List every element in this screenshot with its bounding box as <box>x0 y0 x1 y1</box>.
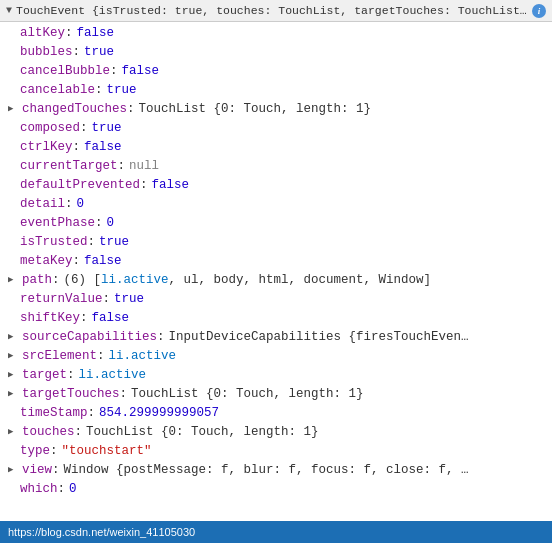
prop-colon: : <box>80 120 88 137</box>
prop-view[interactable]: ▶ view : Window {postMessage: f, blur: f… <box>0 461 552 480</box>
prop-value-bubbles: true <box>84 44 114 61</box>
prop-colon: : <box>127 101 135 118</box>
prop-timestamp: timeStamp : 854.299999999057 <box>0 404 552 423</box>
prop-targettouches[interactable]: ▶ targetTouches : TouchList {0: Touch, l… <box>0 385 552 404</box>
prop-key-shiftkey: shiftKey <box>20 310 80 327</box>
prop-value-metakey: false <box>84 253 122 270</box>
prop-value-sourcecapabilities: InputDeviceCapabilities {firesTouchEven… <box>169 329 469 346</box>
prop-colon: : <box>88 405 96 422</box>
prop-istrusted: isTrusted : true <box>0 233 552 252</box>
prop-key-timestamp: timeStamp <box>20 405 88 422</box>
prop-colon: : <box>58 481 66 498</box>
prop-value-detail: 0 <box>77 196 85 213</box>
prop-colon: : <box>73 253 81 270</box>
prop-colon: : <box>97 348 105 365</box>
prop-value-which: 0 <box>69 481 77 498</box>
prop-changedtouches[interactable]: ▶ changedTouches : TouchList {0: Touch, … <box>0 100 552 119</box>
prop-colon: : <box>157 329 165 346</box>
object-title: TouchEvent {isTrusted: true, touches: To… <box>16 4 532 17</box>
prop-type: type : "touchstart" <box>0 442 552 461</box>
prop-defaultprevented: defaultPrevented : false <box>0 176 552 195</box>
object-content: altKey : false bubbles : true cancelBubb… <box>0 22 552 521</box>
prop-key-targettouches: targetTouches <box>22 386 120 403</box>
prop-key-currenttarget: currentTarget <box>20 158 118 175</box>
prop-value-type: "touchstart" <box>62 443 152 460</box>
prop-value-returnvalue: true <box>114 291 144 308</box>
prop-value-cancelable: true <box>107 82 137 99</box>
prop-eventphase: eventPhase : 0 <box>0 214 552 233</box>
bottom-bar-link[interactable]: https://blog.csdn.net/weixin_41105030 <box>8 526 195 538</box>
prop-colon: : <box>65 25 73 42</box>
prop-value-timestamp: 854.299999999057 <box>99 405 219 422</box>
prop-colon: : <box>52 272 60 289</box>
prop-key-metakey: metaKey <box>20 253 73 270</box>
prop-value-changedtouches: TouchList {0: Touch, length: 1} <box>139 101 372 118</box>
expand-arrow-icon: ▶ <box>8 348 18 365</box>
collapse-arrow-icon[interactable]: ▼ <box>6 5 12 16</box>
prop-touches[interactable]: ▶ touches : TouchList {0: Touch, length:… <box>0 423 552 442</box>
expand-arrow-icon: ▶ <box>8 386 18 403</box>
prop-target[interactable]: ▶ target : li.active <box>0 366 552 385</box>
prop-value-srcelement: li.active <box>109 348 177 365</box>
prop-colon: : <box>65 196 73 213</box>
prop-value-defaultprevented: false <box>152 177 190 194</box>
prop-key-path: path <box>22 272 52 289</box>
prop-value-shiftkey: false <box>92 310 130 327</box>
prop-value-targettouches: TouchList {0: Touch, length: 1} <box>131 386 364 403</box>
prop-cancelbubble: cancelBubble : false <box>0 62 552 81</box>
prop-metakey: metaKey : false <box>0 252 552 271</box>
prop-colon: : <box>73 44 81 61</box>
bottom-bar: https://blog.csdn.net/weixin_41105030 <box>0 521 552 543</box>
prop-colon: : <box>67 367 75 384</box>
prop-value-altkey: false <box>77 25 115 42</box>
prop-ctrlkey: ctrlKey : false <box>0 138 552 157</box>
prop-key-changedtouches: changedTouches <box>22 101 127 118</box>
prop-key-cancelable: cancelable <box>20 82 95 99</box>
prop-key-srcelement: srcElement <box>22 348 97 365</box>
prop-value-path-li: li.active <box>101 272 169 289</box>
prop-key-which: which <box>20 481 58 498</box>
prop-value-target: li.active <box>79 367 147 384</box>
prop-key-eventphase: eventPhase <box>20 215 95 232</box>
prop-value-ctrlkey: false <box>84 139 122 156</box>
console-panel: ▼ TouchEvent {isTrusted: true, touches: … <box>0 0 552 543</box>
expand-arrow-icon: ▶ <box>8 329 18 346</box>
prop-value-path-rest: , ul, body, html, document, Window] <box>169 272 432 289</box>
prop-key-target: target <box>22 367 67 384</box>
prop-value-eventphase: 0 <box>107 215 115 232</box>
prop-composed: composed : true <box>0 119 552 138</box>
prop-value-cancelbubble: false <box>122 63 160 80</box>
prop-value-touches: TouchList {0: Touch, length: 1} <box>86 424 319 441</box>
prop-key-returnvalue: returnValue <box>20 291 103 308</box>
prop-colon: : <box>95 82 103 99</box>
prop-colon: : <box>88 234 96 251</box>
prop-key-cancelbubble: cancelBubble <box>20 63 110 80</box>
prop-value-view: Window {postMessage: f, blur: f, focus: … <box>64 462 469 479</box>
prop-detail: detail : 0 <box>0 195 552 214</box>
prop-currenttarget: currentTarget : null <box>0 157 552 176</box>
prop-colon: : <box>110 63 118 80</box>
prop-colon: : <box>80 310 88 327</box>
prop-altkey: altKey : false <box>0 24 552 43</box>
prop-sourcecapabilities[interactable]: ▶ sourceCapabilities : InputDeviceCapabi… <box>0 328 552 347</box>
prop-key-defaultprevented: defaultPrevented <box>20 177 140 194</box>
prop-colon: : <box>103 291 111 308</box>
info-icon[interactable]: i <box>532 4 546 18</box>
prop-cancelable: cancelable : true <box>0 81 552 100</box>
expand-arrow-icon: ▶ <box>8 101 18 118</box>
expand-arrow-icon: ▶ <box>8 462 18 479</box>
prop-key-touches: touches <box>22 424 75 441</box>
prop-srcelement[interactable]: ▶ srcElement : li.active <box>0 347 552 366</box>
prop-key-sourcecapabilities: sourceCapabilities <box>22 329 157 346</box>
prop-key-composed: composed <box>20 120 80 137</box>
prop-key-type: type <box>20 443 50 460</box>
top-bar: ▼ TouchEvent {isTrusted: true, touches: … <box>0 0 552 22</box>
prop-value-path: (6) [ <box>64 272 102 289</box>
prop-key-altkey: altKey <box>20 25 65 42</box>
prop-colon: : <box>118 158 126 175</box>
prop-path[interactable]: ▶ path : (6) [li.active, ul, body, html,… <box>0 271 552 290</box>
prop-colon: : <box>50 443 58 460</box>
prop-shiftkey: shiftKey : false <box>0 309 552 328</box>
prop-colon: : <box>52 462 60 479</box>
prop-key-bubbles: bubbles <box>20 44 73 61</box>
